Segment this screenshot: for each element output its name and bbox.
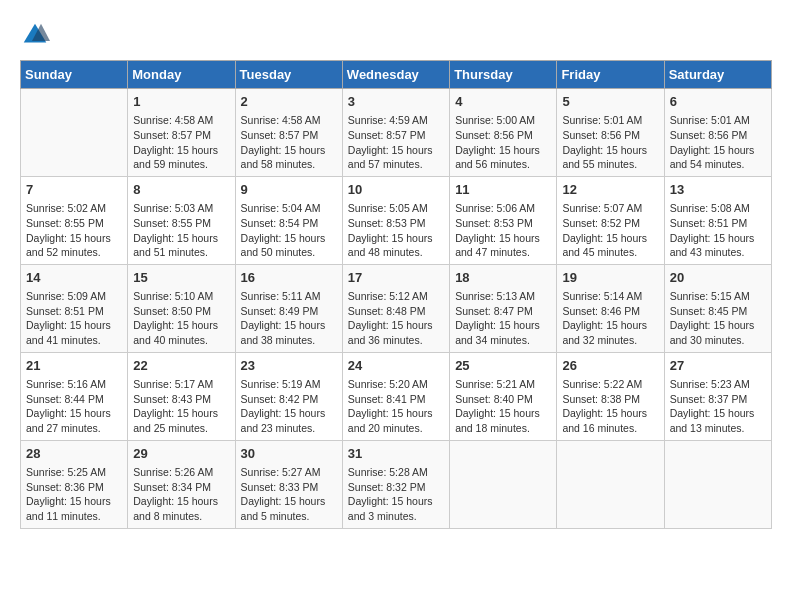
day-cell [557,440,664,528]
day-info: Sunrise: 5:09 AM Sunset: 8:51 PM Dayligh… [26,289,122,348]
day-number: 23 [241,357,337,375]
day-cell: 17Sunrise: 5:12 AM Sunset: 8:48 PM Dayli… [342,264,449,352]
page-header [20,20,772,50]
day-info: Sunrise: 5:07 AM Sunset: 8:52 PM Dayligh… [562,201,658,260]
day-number: 3 [348,93,444,111]
day-cell [21,89,128,177]
day-info: Sunrise: 5:22 AM Sunset: 8:38 PM Dayligh… [562,377,658,436]
day-cell: 3Sunrise: 4:59 AM Sunset: 8:57 PM Daylig… [342,89,449,177]
header-cell-saturday: Saturday [664,61,771,89]
day-cell: 13Sunrise: 5:08 AM Sunset: 8:51 PM Dayli… [664,176,771,264]
day-number: 31 [348,445,444,463]
header-cell-friday: Friday [557,61,664,89]
day-cell: 23Sunrise: 5:19 AM Sunset: 8:42 PM Dayli… [235,352,342,440]
day-number: 18 [455,269,551,287]
day-info: Sunrise: 5:10 AM Sunset: 8:50 PM Dayligh… [133,289,229,348]
day-cell: 12Sunrise: 5:07 AM Sunset: 8:52 PM Dayli… [557,176,664,264]
day-cell: 25Sunrise: 5:21 AM Sunset: 8:40 PM Dayli… [450,352,557,440]
calendar-header: SundayMondayTuesdayWednesdayThursdayFrid… [21,61,772,89]
day-number: 5 [562,93,658,111]
day-cell: 26Sunrise: 5:22 AM Sunset: 8:38 PM Dayli… [557,352,664,440]
day-info: Sunrise: 5:01 AM Sunset: 8:56 PM Dayligh… [562,113,658,172]
day-number: 6 [670,93,766,111]
day-number: 24 [348,357,444,375]
day-number: 26 [562,357,658,375]
day-number: 28 [26,445,122,463]
day-cell: 29Sunrise: 5:26 AM Sunset: 8:34 PM Dayli… [128,440,235,528]
day-info: Sunrise: 5:26 AM Sunset: 8:34 PM Dayligh… [133,465,229,524]
day-info: Sunrise: 5:15 AM Sunset: 8:45 PM Dayligh… [670,289,766,348]
day-info: Sunrise: 5:02 AM Sunset: 8:55 PM Dayligh… [26,201,122,260]
day-cell: 2Sunrise: 4:58 AM Sunset: 8:57 PM Daylig… [235,89,342,177]
day-info: Sunrise: 4:59 AM Sunset: 8:57 PM Dayligh… [348,113,444,172]
day-number: 25 [455,357,551,375]
day-info: Sunrise: 5:20 AM Sunset: 8:41 PM Dayligh… [348,377,444,436]
day-cell: 14Sunrise: 5:09 AM Sunset: 8:51 PM Dayli… [21,264,128,352]
day-number: 29 [133,445,229,463]
logo [20,20,52,50]
day-number: 22 [133,357,229,375]
day-cell: 30Sunrise: 5:27 AM Sunset: 8:33 PM Dayli… [235,440,342,528]
day-number: 15 [133,269,229,287]
day-info: Sunrise: 5:12 AM Sunset: 8:48 PM Dayligh… [348,289,444,348]
day-info: Sunrise: 5:19 AM Sunset: 8:42 PM Dayligh… [241,377,337,436]
day-cell: 28Sunrise: 5:25 AM Sunset: 8:36 PM Dayli… [21,440,128,528]
logo-icon [20,20,50,50]
day-info: Sunrise: 5:13 AM Sunset: 8:47 PM Dayligh… [455,289,551,348]
day-cell: 16Sunrise: 5:11 AM Sunset: 8:49 PM Dayli… [235,264,342,352]
day-cell: 24Sunrise: 5:20 AM Sunset: 8:41 PM Dayli… [342,352,449,440]
header-cell-monday: Monday [128,61,235,89]
day-info: Sunrise: 5:11 AM Sunset: 8:49 PM Dayligh… [241,289,337,348]
day-cell: 27Sunrise: 5:23 AM Sunset: 8:37 PM Dayli… [664,352,771,440]
day-info: Sunrise: 5:27 AM Sunset: 8:33 PM Dayligh… [241,465,337,524]
day-info: Sunrise: 5:04 AM Sunset: 8:54 PM Dayligh… [241,201,337,260]
day-cell: 4Sunrise: 5:00 AM Sunset: 8:56 PM Daylig… [450,89,557,177]
day-number: 14 [26,269,122,287]
day-info: Sunrise: 5:17 AM Sunset: 8:43 PM Dayligh… [133,377,229,436]
day-cell: 9Sunrise: 5:04 AM Sunset: 8:54 PM Daylig… [235,176,342,264]
week-row-2: 7Sunrise: 5:02 AM Sunset: 8:55 PM Daylig… [21,176,772,264]
day-info: Sunrise: 5:23 AM Sunset: 8:37 PM Dayligh… [670,377,766,436]
day-info: Sunrise: 5:28 AM Sunset: 8:32 PM Dayligh… [348,465,444,524]
day-info: Sunrise: 5:00 AM Sunset: 8:56 PM Dayligh… [455,113,551,172]
day-number: 20 [670,269,766,287]
day-cell [664,440,771,528]
day-info: Sunrise: 4:58 AM Sunset: 8:57 PM Dayligh… [241,113,337,172]
day-cell: 18Sunrise: 5:13 AM Sunset: 8:47 PM Dayli… [450,264,557,352]
day-cell: 15Sunrise: 5:10 AM Sunset: 8:50 PM Dayli… [128,264,235,352]
day-info: Sunrise: 5:14 AM Sunset: 8:46 PM Dayligh… [562,289,658,348]
header-cell-thursday: Thursday [450,61,557,89]
day-number: 12 [562,181,658,199]
day-info: Sunrise: 5:05 AM Sunset: 8:53 PM Dayligh… [348,201,444,260]
day-cell: 21Sunrise: 5:16 AM Sunset: 8:44 PM Dayli… [21,352,128,440]
calendar-body: 1Sunrise: 4:58 AM Sunset: 8:57 PM Daylig… [21,89,772,529]
day-number: 21 [26,357,122,375]
day-info: Sunrise: 5:03 AM Sunset: 8:55 PM Dayligh… [133,201,229,260]
day-info: Sunrise: 5:25 AM Sunset: 8:36 PM Dayligh… [26,465,122,524]
day-cell: 10Sunrise: 5:05 AM Sunset: 8:53 PM Dayli… [342,176,449,264]
header-cell-sunday: Sunday [21,61,128,89]
header-cell-wednesday: Wednesday [342,61,449,89]
day-cell: 7Sunrise: 5:02 AM Sunset: 8:55 PM Daylig… [21,176,128,264]
day-cell: 1Sunrise: 4:58 AM Sunset: 8:57 PM Daylig… [128,89,235,177]
day-info: Sunrise: 5:16 AM Sunset: 8:44 PM Dayligh… [26,377,122,436]
header-cell-tuesday: Tuesday [235,61,342,89]
day-cell: 6Sunrise: 5:01 AM Sunset: 8:56 PM Daylig… [664,89,771,177]
day-number: 17 [348,269,444,287]
week-row-1: 1Sunrise: 4:58 AM Sunset: 8:57 PM Daylig… [21,89,772,177]
day-number: 27 [670,357,766,375]
day-cell: 8Sunrise: 5:03 AM Sunset: 8:55 PM Daylig… [128,176,235,264]
day-info: Sunrise: 5:06 AM Sunset: 8:53 PM Dayligh… [455,201,551,260]
day-number: 30 [241,445,337,463]
day-cell [450,440,557,528]
day-cell: 11Sunrise: 5:06 AM Sunset: 8:53 PM Dayli… [450,176,557,264]
day-cell: 20Sunrise: 5:15 AM Sunset: 8:45 PM Dayli… [664,264,771,352]
week-row-5: 28Sunrise: 5:25 AM Sunset: 8:36 PM Dayli… [21,440,772,528]
day-number: 13 [670,181,766,199]
day-number: 16 [241,269,337,287]
week-row-4: 21Sunrise: 5:16 AM Sunset: 8:44 PM Dayli… [21,352,772,440]
day-cell: 5Sunrise: 5:01 AM Sunset: 8:56 PM Daylig… [557,89,664,177]
day-number: 1 [133,93,229,111]
day-number: 10 [348,181,444,199]
day-number: 11 [455,181,551,199]
